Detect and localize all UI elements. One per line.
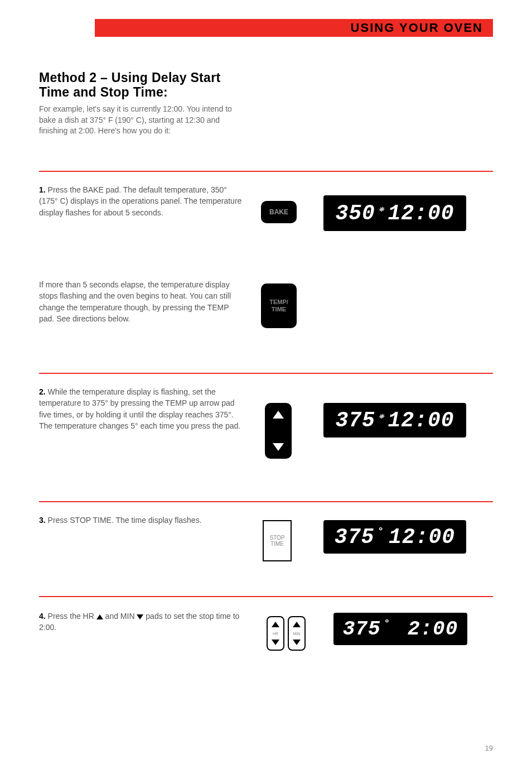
heading-line2: Time and Stop Time:	[39, 85, 220, 99]
up-arrow-icon	[293, 622, 301, 627]
heading-line1: Method 2 – Using Delay Start	[39, 70, 220, 85]
step-1b-text: If more than 5 seconds elapse, the tempe…	[39, 279, 245, 324]
page-number: 19	[485, 744, 493, 752]
display-time: 12:00	[389, 525, 455, 549]
min-label: MIN	[293, 632, 301, 636]
step-2-text: 2. While the temperature display is flas…	[39, 386, 245, 431]
stop-time-label: STOP TIME	[269, 535, 284, 547]
step-number: 3.	[39, 516, 46, 525]
divider	[39, 171, 493, 172]
divider	[39, 373, 493, 374]
down-arrow-icon	[272, 640, 279, 645]
temp-label: TEMP/ TIME	[269, 299, 288, 313]
stop-time-button[interactable]: STOP TIME	[263, 520, 292, 561]
step-number: 4.	[39, 612, 46, 621]
step-number: 1.	[39, 185, 46, 194]
divider	[39, 596, 493, 597]
down-arrow-icon	[293, 640, 301, 645]
step-3-text: 3. Press STOP TIME. The time display fla…	[39, 515, 245, 526]
display-temp: 375	[343, 618, 381, 641]
step-body-a: Press the HR	[46, 612, 96, 621]
display-time: 12:00	[388, 408, 454, 432]
up-arrow-icon	[96, 614, 103, 619]
temp-up-down-button[interactable]	[265, 403, 292, 459]
bake-button[interactable]: BAKE	[261, 201, 297, 223]
display-time: 12:00	[388, 201, 454, 225]
display-time: 2:00	[408, 618, 458, 641]
step-1-text: 1. Press the BAKE pad. The default tempe…	[39, 184, 245, 218]
hr-label: HR	[273, 632, 278, 636]
divider	[39, 501, 493, 502]
heat-icon: ❋	[379, 410, 385, 421]
section-header: USING YOUR OVEN	[95, 19, 493, 37]
step-body: While the temperature display is flashin…	[39, 387, 240, 430]
step-body: Press the BAKE pad. The default temperat…	[39, 185, 241, 217]
display-temp: 375	[335, 408, 375, 432]
hr-min-buttons: HR MIN	[267, 616, 306, 651]
up-arrow-icon	[272, 622, 279, 627]
display-temp: 350	[335, 201, 375, 225]
degree-icon: °	[378, 526, 384, 537]
intro-paragraph: For example, let's say it is currently 1…	[39, 104, 234, 137]
oven-display-2: 375❋ 12:00	[323, 403, 466, 438]
display-temp: 375	[335, 525, 374, 549]
oven-display-4: 375° 2:00	[333, 613, 467, 645]
degree-icon: °	[384, 618, 390, 629]
oven-display-3: 375° 12:00	[323, 520, 466, 554]
step-body: Press STOP TIME. The time display flashe…	[46, 516, 202, 525]
section-header-title: USING YOUR OVEN	[351, 21, 483, 35]
bake-label: BAKE	[269, 208, 288, 216]
temp-time-button[interactable]: TEMP/ TIME	[261, 283, 297, 328]
oven-display-1: 350❋ 12:00	[323, 195, 466, 231]
step-body-b: and MIN	[103, 612, 137, 621]
step-4-text: 4. Press the HR and MIN pads to set the …	[39, 611, 245, 633]
step-number: 2.	[39, 387, 46, 396]
method-heading: Method 2 – Using Delay Start Time and St…	[39, 70, 220, 100]
hr-button[interactable]: HR	[267, 616, 284, 651]
down-arrow-icon	[273, 443, 284, 451]
min-button[interactable]: MIN	[288, 616, 306, 651]
up-arrow-icon	[273, 411, 284, 419]
down-arrow-icon	[137, 614, 143, 619]
heat-icon: ❋	[379, 203, 385, 214]
